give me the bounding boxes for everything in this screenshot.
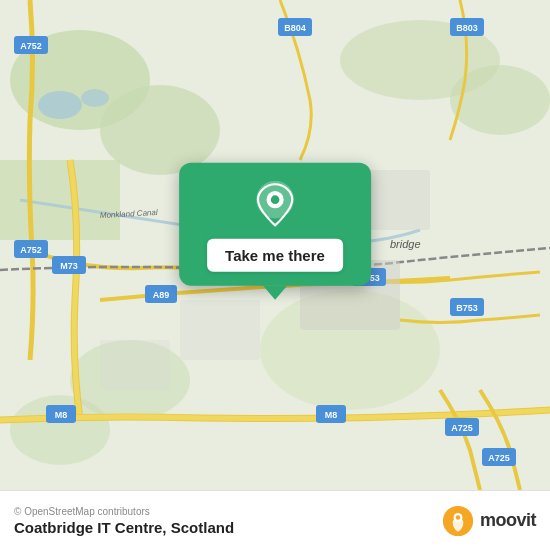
svg-text:bridge: bridge [390, 238, 421, 250]
svg-point-10 [81, 89, 109, 107]
svg-text:M8: M8 [55, 410, 68, 420]
svg-text:M73: M73 [60, 261, 78, 271]
moovit-brand-text: moovit [480, 510, 536, 531]
osm-attribution: © OpenStreetMap contributors [14, 506, 234, 517]
take-me-there-button[interactable]: Take me there [207, 239, 343, 272]
svg-text:B804: B804 [284, 23, 306, 33]
svg-point-44 [271, 195, 280, 204]
svg-rect-3 [0, 160, 120, 240]
popup-card: Take me there [179, 163, 371, 286]
location-popup: Take me there [179, 163, 371, 300]
svg-rect-16 [100, 340, 170, 390]
svg-point-9 [38, 91, 82, 119]
svg-text:A752: A752 [20, 245, 42, 255]
moovit-logo: moovit [442, 505, 536, 537]
svg-text:A725: A725 [451, 423, 473, 433]
svg-text:A752: A752 [20, 41, 42, 51]
svg-text:A89: A89 [153, 290, 170, 300]
svg-rect-14 [180, 300, 260, 360]
svg-text:M8: M8 [325, 410, 338, 420]
svg-point-47 [456, 515, 460, 519]
map-container: Monkland Canal A [0, 0, 550, 490]
svg-text:B803: B803 [456, 23, 478, 33]
svg-text:B753: B753 [456, 303, 478, 313]
moovit-icon [442, 505, 474, 537]
location-pin-icon [251, 181, 299, 229]
footer: © OpenStreetMap contributors Coatbridge … [0, 490, 550, 550]
popup-arrow [263, 286, 287, 300]
location-name: Coatbridge IT Centre, Scotland [14, 519, 234, 536]
svg-text:A725: A725 [488, 453, 510, 463]
footer-left: © OpenStreetMap contributors Coatbridge … [14, 506, 234, 536]
